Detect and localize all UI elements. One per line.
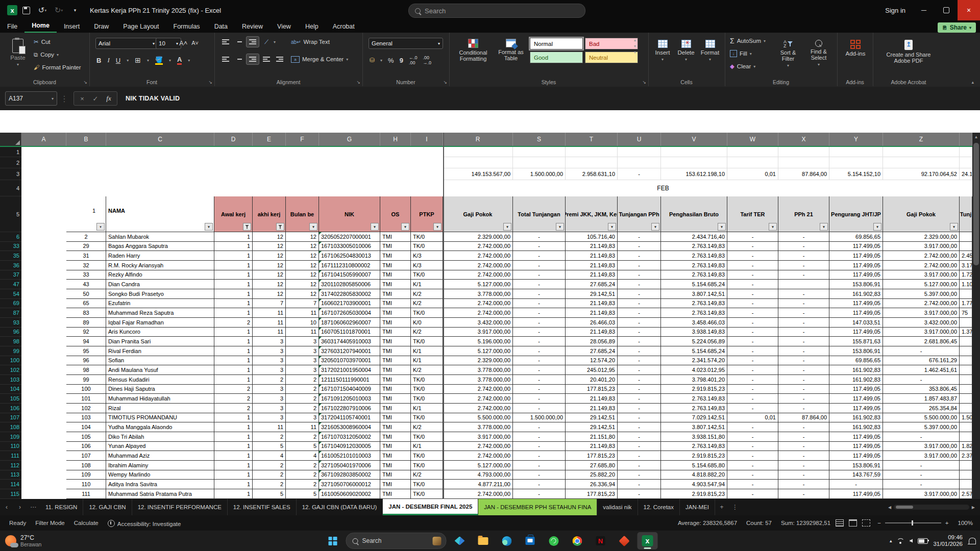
cell-F115[interactable]: 5 (286, 489, 319, 499)
cell-I37[interactable]: TK/0 (411, 270, 443, 280)
cell-V2[interactable] (661, 157, 727, 168)
cell-U111[interactable]: - (618, 451, 661, 461)
insert-function-button[interactable]: fx (103, 94, 115, 103)
cell-C35[interactable]: Raden Harry (106, 251, 214, 261)
row-header-109[interactable]: 109 (0, 432, 21, 442)
cell-U112[interactable]: - (618, 461, 661, 470)
cell-AA47[interactable]: 1.10 (960, 280, 972, 289)
cell-X47[interactable] (778, 280, 829, 289)
cell-D35[interactable]: 1 (214, 251, 253, 261)
cell-R93[interactable]: 3.432.000,00 (443, 318, 513, 328)
cell-X115[interactable]: - (778, 489, 829, 499)
cell-H6[interactable]: TMI (380, 232, 411, 242)
cell-H100[interactable]: TMI (380, 356, 411, 366)
cell-C37[interactable]: Rezky Alfindo (106, 270, 214, 280)
cell-E96[interactable]: 11 (253, 328, 286, 337)
cell-Z110[interactable]: 3.917.000,00 (883, 442, 960, 452)
cell-Y6[interactable]: 69.856,65 (829, 232, 883, 242)
header-cell-T[interactable]: Premi JKK, JKM, Kes▾ (566, 196, 618, 232)
cell-W3[interactable]: 0,01 (727, 168, 778, 180)
sheet-tab-12-insentif-sales[interactable]: 12. INSENTIF SALES (228, 499, 297, 515)
cell-B105[interactable]: 101 (66, 394, 106, 404)
column-header-Z[interactable]: Z (883, 133, 960, 146)
new-sheet-button[interactable]: + (715, 499, 728, 515)
cell-D110[interactable]: 1 (214, 442, 253, 452)
cell-Y108[interactable]: 161.902,83 (829, 422, 883, 432)
status-filter-mode[interactable]: Filter Mode (35, 520, 65, 526)
cell-U69[interactable]: - (618, 299, 661, 309)
cell-X100[interactable]: - (778, 356, 829, 366)
zoom-slider[interactable] (885, 522, 941, 523)
cell-I104[interactable]: TK/0 (411, 385, 443, 394)
merge-center-button[interactable]: a Merge & Center▾ (291, 54, 348, 64)
cell-E87[interactable]: 11 (253, 308, 286, 318)
header-cell-I[interactable]: PTKP▾ (411, 196, 443, 232)
accounting-format-button[interactable]: ⛁ (370, 57, 375, 64)
cell-X3[interactable]: 87.864,00 (778, 168, 829, 180)
cell-S33[interactable]: - (513, 242, 566, 252)
cell-F47[interactable]: 12 (286, 280, 319, 289)
row-header-107[interactable]: 107 (0, 413, 21, 423)
cell-X107[interactable]: 87.864,00 (778, 413, 829, 423)
cell-Z114[interactable]: - (883, 480, 960, 489)
cell-blank[interactable] (21, 157, 443, 168)
cell-G99[interactable]: 3276031207940001 (319, 346, 380, 356)
cell-AA1[interactable] (960, 147, 972, 157)
cell-G100[interactable]: 3205010703970001 (319, 356, 380, 366)
cell-F114[interactable]: 2 (286, 480, 319, 489)
column-header-E[interactable]: E (253, 133, 286, 146)
cell-Y3[interactable]: 5.154.152,10 (829, 168, 883, 180)
cell-A114[interactable] (21, 480, 66, 489)
wifi-icon[interactable] (897, 538, 904, 544)
cell-D100[interactable]: 1 (214, 356, 253, 366)
column-header-H[interactable]: H (380, 133, 411, 146)
align-bottom-button[interactable] (246, 36, 259, 47)
cell-V106[interactable]: 2.763.149,83 (661, 404, 727, 413)
cell-Z112[interactable]: - (883, 461, 960, 470)
decrease-indent-button[interactable] (260, 54, 273, 64)
styles-dialog-launcher[interactable]: ↘ (642, 80, 646, 85)
cell-R104[interactable]: 2.742.000,00 (443, 385, 513, 394)
cell-E37[interactable]: 12 (253, 270, 286, 280)
cell-A107[interactable] (21, 413, 66, 423)
cell-D102[interactable]: 1 (214, 365, 253, 375)
cell-W113[interactable]: - (727, 470, 778, 480)
cell-X112[interactable]: - (778, 461, 829, 470)
cell-Y104[interactable]: 117.499,05 (829, 385, 883, 394)
cell-W35[interactable]: - (727, 251, 778, 261)
cell-Y37[interactable]: 117.499,05 (829, 270, 883, 280)
underline-button[interactable]: U (116, 57, 120, 64)
ribbon-tab-data[interactable]: Data (207, 21, 235, 33)
cell-G109[interactable]: 1671070312050002 (319, 432, 380, 442)
page-layout-view-button[interactable] (849, 519, 857, 527)
cell-AA35[interactable]: 2.45 (960, 251, 972, 261)
weather-widget[interactable]: 27°C Berawan (5, 535, 82, 547)
cell-S54[interactable]: - (513, 289, 566, 299)
cell-F109[interactable]: 2 (286, 432, 319, 442)
cell-B6[interactable]: 2 (66, 232, 106, 242)
cell-C106[interactable]: Rizal (106, 404, 214, 413)
cell-B110[interactable]: 106 (66, 442, 106, 452)
cell-D111[interactable]: 1 (214, 451, 253, 461)
number-format-select[interactable]: General▾ (369, 38, 443, 49)
cell-V99[interactable]: 5.154.685,24 (661, 346, 727, 356)
select-all-corner[interactable] (0, 133, 21, 146)
cell-A69[interactable] (21, 299, 66, 309)
cell-W106[interactable]: - (727, 404, 778, 413)
cell-Z36[interactable]: 2.742.000,00 (883, 261, 960, 270)
cell-C54[interactable]: Songko Budi Prasetyo (106, 289, 214, 299)
cell-C96[interactable]: Aris Kuncoro (106, 328, 214, 337)
cell-E103[interactable]: 2 (253, 375, 286, 385)
cell-T112[interactable]: 27.685,80 (566, 461, 618, 470)
cell-S111[interactable]: - (513, 451, 566, 461)
cell-S98[interactable]: - (513, 337, 566, 346)
cell-E111[interactable]: 4 (253, 451, 286, 461)
sheet-tab-11-resign[interactable]: 11. RESIGN (40, 499, 83, 515)
cell-H108[interactable]: TMI (380, 422, 411, 432)
cell-blank[interactable] (883, 180, 972, 196)
cell-B98[interactable]: 94 (66, 337, 106, 346)
column-header-F[interactable]: F (286, 133, 319, 146)
cell-V102[interactable]: 4.023.012,95 (661, 365, 727, 375)
header-cell-Y[interactable]: Pengurang JHT/JP▾ (829, 196, 883, 232)
column-header-partial[interactable] (960, 133, 972, 146)
